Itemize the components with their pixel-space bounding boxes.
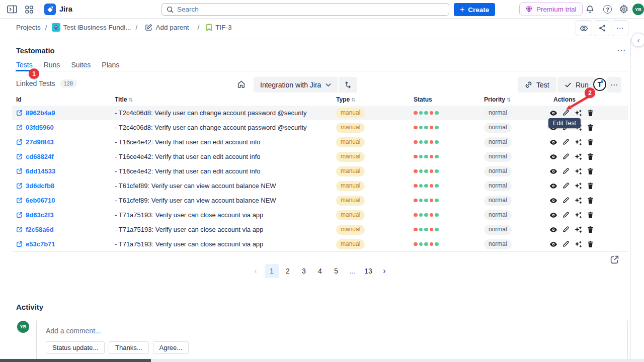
global-search[interactable]: [162, 3, 449, 16]
test-id-link[interactable]: e53c7b71: [26, 240, 55, 248]
external-link-icon[interactable]: [16, 110, 23, 116]
comment-box[interactable]: Status update...Thanks...Agree...: [36, 320, 628, 362]
search-input[interactable]: [177, 6, 444, 13]
issue-more-actions-button[interactable]: ⋯: [612, 20, 628, 36]
column-header-type[interactable]: Type⇅: [332, 96, 403, 103]
edit-test-icon[interactable]: [562, 109, 570, 117]
test-id-link[interactable]: 27d9f843: [26, 138, 54, 146]
delete-test-icon[interactable]: [587, 124, 594, 131]
sort-icon[interactable]: ⇅: [507, 97, 511, 103]
external-link-icon[interactable]: [16, 197, 23, 204]
edit-test-icon[interactable]: [562, 182, 570, 190]
edit-test-icon[interactable]: [562, 167, 570, 175]
delete-test-icon[interactable]: [587, 211, 594, 219]
horizontal-scrollbar-thumb[interactable]: [0, 359, 151, 362]
edit-test-icon[interactable]: [562, 153, 570, 160]
settings-gear-icon[interactable]: [619, 5, 628, 14]
pagination-page-2[interactable]: 2: [281, 264, 295, 278]
table-row[interactable]: cd68824f - T16ce4e42: Verify that user c…: [12, 149, 628, 164]
tab-suites[interactable]: Suites: [71, 61, 91, 74]
ai-generate-icon[interactable]: [574, 109, 582, 117]
ai-generate-icon[interactable]: [574, 138, 582, 146]
pagination-prev[interactable]: ‹: [249, 264, 263, 278]
delete-test-icon[interactable]: [587, 240, 594, 248]
delete-test-icon[interactable]: [587, 197, 594, 204]
table-row[interactable]: f2c58a6d - T71a75193: Verify user can cl…: [12, 222, 628, 237]
ai-generate-icon[interactable]: [574, 211, 582, 219]
watch-issue-button[interactable]: [576, 20, 592, 36]
pagination-page-5[interactable]: 5: [329, 264, 343, 278]
ai-generate-icon[interactable]: [574, 153, 582, 161]
breadcrumb-projects[interactable]: Projects: [16, 24, 41, 31]
ai-generate-icon[interactable]: [574, 167, 582, 175]
delete-test-icon[interactable]: [587, 167, 594, 175]
column-header-priority[interactable]: Priority⇅: [473, 96, 543, 103]
premium-trial-button[interactable]: Premium trial: [519, 3, 583, 16]
view-test-icon[interactable]: [549, 182, 557, 190]
tab-plans[interactable]: Plans: [102, 61, 119, 74]
delete-test-icon[interactable]: [587, 182, 594, 190]
pagination-next[interactable]: ›: [377, 264, 391, 278]
sort-icon[interactable]: ⇅: [351, 97, 355, 103]
view-test-icon[interactable]: [549, 138, 557, 146]
edit-test-icon[interactable]: [562, 226, 570, 233]
integration-dropdown[interactable]: Integration with Jira: [254, 77, 338, 93]
horizontal-scrollbar[interactable]: [0, 359, 644, 362]
test-id-link[interactable]: 6dd14533: [26, 167, 55, 175]
delete-test-icon[interactable]: [587, 138, 594, 146]
external-link-icon[interactable]: [16, 226, 23, 233]
test-id-link[interactable]: f2c58a6d: [26, 226, 54, 233]
table-row[interactable]: 6dd14533 - T16ce4e42: Verify that user c…: [12, 164, 628, 178]
table-row[interactable]: 9d63c2f3 - T71a75193: Verify user can cl…: [12, 208, 628, 222]
external-link-icon[interactable]: [16, 212, 23, 218]
app-switcher-icon[interactable]: [25, 6, 33, 14]
test-id-link[interactable]: 3d6dcfb8: [26, 182, 54, 190]
view-test-icon[interactable]: [549, 167, 557, 175]
import-tests-button[interactable]: [339, 77, 357, 93]
pagination-page-1[interactable]: 1: [265, 264, 279, 278]
external-link-icon[interactable]: [16, 183, 23, 189]
delete-test-icon[interactable]: [587, 226, 594, 233]
help-icon[interactable]: ?: [603, 5, 612, 14]
view-test-icon[interactable]: [549, 226, 557, 234]
test-id-link[interactable]: 8962b4a9: [26, 109, 55, 117]
quick-reply-button[interactable]: Agree...: [153, 341, 189, 354]
test-id-link[interactable]: 9d63c2f3: [26, 211, 54, 219]
test-id-link[interactable]: 6eb06710: [26, 197, 55, 204]
view-test-icon[interactable]: [549, 240, 557, 248]
panel-actions-more-button[interactable]: ⋯: [607, 77, 621, 93]
external-link-icon[interactable]: [16, 124, 23, 131]
ai-generate-icon[interactable]: [574, 226, 582, 234]
ai-generate-icon[interactable]: [574, 182, 582, 190]
view-test-icon[interactable]: [549, 109, 557, 117]
view-test-icon[interactable]: [549, 153, 557, 161]
external-link-icon[interactable]: [16, 153, 23, 160]
external-link-icon[interactable]: [16, 168, 23, 174]
breadcrumb-issue-key[interactable]: TIF-3: [206, 24, 231, 31]
sidebar-toggle-icon[interactable]: [7, 5, 17, 14]
view-test-icon[interactable]: [549, 197, 557, 205]
user-avatar[interactable]: YB: [632, 4, 644, 15]
link-test-button[interactable]: Test: [518, 77, 556, 93]
pagination-page-4[interactable]: 4: [313, 264, 327, 278]
table-row[interactable]: 27d9f843 - T16ce4e42: Verify that user c…: [12, 135, 628, 149]
delete-test-icon[interactable]: [587, 109, 594, 117]
notifications-bell-icon[interactable]: [586, 5, 594, 14]
column-header-title[interactable]: Title⇅: [115, 96, 332, 103]
create-button[interactable]: + Create: [454, 3, 495, 16]
tab-runs[interactable]: Runs: [44, 61, 60, 74]
comment-input[interactable]: [46, 327, 618, 335]
edit-test-icon[interactable]: [562, 211, 570, 219]
test-id-link[interactable]: cd68824f: [26, 153, 54, 160]
edit-test-icon[interactable]: [562, 138, 570, 146]
delete-test-icon[interactable]: [587, 153, 594, 160]
quick-reply-button[interactable]: Thanks...: [109, 341, 148, 354]
panel-more-icon[interactable]: ⋯: [617, 45, 626, 56]
ai-generate-icon[interactable]: [574, 197, 582, 205]
jira-logo-icon[interactable]: [44, 4, 56, 15]
external-link-icon[interactable]: [16, 241, 23, 247]
table-row[interactable]: 3d6dcfb8 - T61cfef89: Verify user can vi…: [12, 178, 628, 193]
testomatio-logo-icon[interactable]: T: [593, 78, 606, 91]
edit-test-icon[interactable]: [562, 197, 570, 204]
external-link-icon[interactable]: [16, 139, 23, 145]
